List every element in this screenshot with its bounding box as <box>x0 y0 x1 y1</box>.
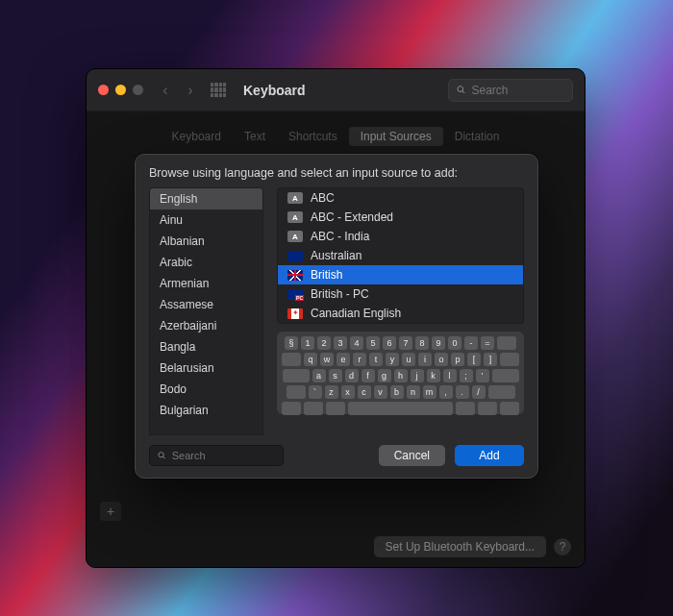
titlebar: ‹ › Keyboard <box>87 69 585 111</box>
key: 0 <box>448 336 461 350</box>
abc-icon: A <box>287 192 303 204</box>
language-item[interactable]: Bulgarian <box>150 400 262 421</box>
modifier-key <box>456 402 475 415</box>
language-item[interactable]: Armenian <box>150 273 262 294</box>
search-icon <box>158 451 166 460</box>
language-item[interactable]: Arabic <box>150 252 262 273</box>
key: 5 <box>366 336 380 350</box>
input-source-item[interactable]: Australian <box>278 246 523 265</box>
key: 7 <box>399 336 412 350</box>
key: v <box>374 385 387 399</box>
key: s <box>329 369 342 382</box>
toolbar-search[interactable] <box>448 79 573 102</box>
key: 2 <box>317 336 331 350</box>
input-source-item[interactable]: AABC - Extended <box>278 208 523 227</box>
window-controls <box>98 85 143 95</box>
add-button[interactable]: Add <box>455 445 524 466</box>
key: i <box>418 353 432 366</box>
language-item[interactable]: Bangla <box>150 336 262 357</box>
language-column: EnglishAinuAlbanianArabicArmenianAssames… <box>149 187 263 435</box>
key: h <box>394 369 408 382</box>
key: z <box>325 385 338 399</box>
sheet-search[interactable] <box>149 445 284 466</box>
close-icon[interactable] <box>98 85 109 95</box>
window-title: Keyboard <box>243 83 306 98</box>
language-item[interactable]: Bodo <box>150 379 262 400</box>
zoom-icon <box>133 85 143 95</box>
key: t <box>369 353 383 366</box>
minimize-icon[interactable] <box>115 85 126 95</box>
search-icon <box>457 85 465 95</box>
key: [ <box>467 353 481 366</box>
input-source-item[interactable]: AABC - India <box>278 227 523 246</box>
key: ` <box>309 385 322 399</box>
modifier-key <box>500 402 519 415</box>
input-source-label: Australian <box>311 249 361 262</box>
key: 3 <box>334 336 347 350</box>
cancel-button[interactable]: Cancel <box>379 445 445 466</box>
key: , <box>439 385 453 399</box>
key: f <box>361 369 375 382</box>
language-item[interactable]: Albanian <box>150 231 262 252</box>
language-item[interactable]: Ainu <box>150 209 262 231</box>
spacebar-key <box>348 402 453 415</box>
ca-flag-icon <box>287 308 303 319</box>
key: e <box>336 353 350 366</box>
forward-button: › <box>182 82 199 99</box>
abc-icon: A <box>287 231 303 242</box>
key: b <box>390 385 404 399</box>
key: d <box>345 369 359 382</box>
language-item[interactable]: English <box>150 188 262 209</box>
key: l <box>443 369 457 382</box>
modifier-key <box>304 402 323 415</box>
input-source-label: British <box>311 268 342 282</box>
add-input-source-sheet: Browse using language and select an inpu… <box>135 154 538 479</box>
au-flag-icon <box>287 251 303 261</box>
key: ' <box>476 369 489 382</box>
key: y <box>386 353 399 366</box>
key: m <box>423 385 436 399</box>
keyboard-preview: §1234567890-=qwertyuiop[]asdfghjkl;'`zxc… <box>277 332 524 414</box>
key: r <box>353 353 366 366</box>
source-column: AABCAABC - ExtendedAABC - IndiaAustralia… <box>277 187 524 435</box>
key: u <box>402 353 415 366</box>
key: 4 <box>350 336 363 350</box>
key: c <box>358 385 371 399</box>
key: 8 <box>415 336 429 350</box>
key: n <box>407 385 420 399</box>
input-source-label: British - PC <box>311 287 369 301</box>
key: 6 <box>383 336 396 350</box>
key: 9 <box>432 336 445 350</box>
input-source-item[interactable]: British <box>278 265 523 284</box>
key: k <box>427 369 440 382</box>
key: ] <box>484 353 497 366</box>
key: - <box>464 336 478 350</box>
input-source-item[interactable]: British - PC <box>278 284 523 304</box>
back-button[interactable]: ‹ <box>157 82 174 99</box>
language-list[interactable]: EnglishAinuAlbanianArabicArmenianAssames… <box>149 187 263 435</box>
language-item[interactable]: Azerbaijani <box>150 315 262 336</box>
input-source-item[interactable]: Canadian English <box>278 304 523 323</box>
language-item[interactable]: Assamese <box>150 294 262 315</box>
input-source-item[interactable]: AABC <box>278 188 523 208</box>
key: x <box>341 385 355 399</box>
input-source-label: ABC - Extended <box>311 210 393 224</box>
input-source-label: Canadian English <box>311 307 401 320</box>
modifier-key <box>478 402 497 415</box>
ukpc-flag-icon <box>287 289 303 300</box>
show-all-icon[interactable] <box>211 83 226 98</box>
key: q <box>304 353 317 366</box>
key: o <box>435 353 448 366</box>
modifier-key <box>282 402 301 415</box>
language-item[interactable]: Belarusian <box>150 357 262 379</box>
input-source-list[interactable]: AABCAABC - ExtendedAABC - IndiaAustralia… <box>277 187 524 324</box>
sheet-search-input[interactable] <box>172 450 275 461</box>
key: ; <box>460 369 473 382</box>
key: 1 <box>301 336 314 350</box>
toolbar-search-input[interactable] <box>471 84 564 97</box>
modifier-key <box>326 402 345 415</box>
key: . <box>456 385 469 399</box>
key: a <box>312 369 326 382</box>
key: = <box>481 336 494 350</box>
key: w <box>320 353 334 366</box>
